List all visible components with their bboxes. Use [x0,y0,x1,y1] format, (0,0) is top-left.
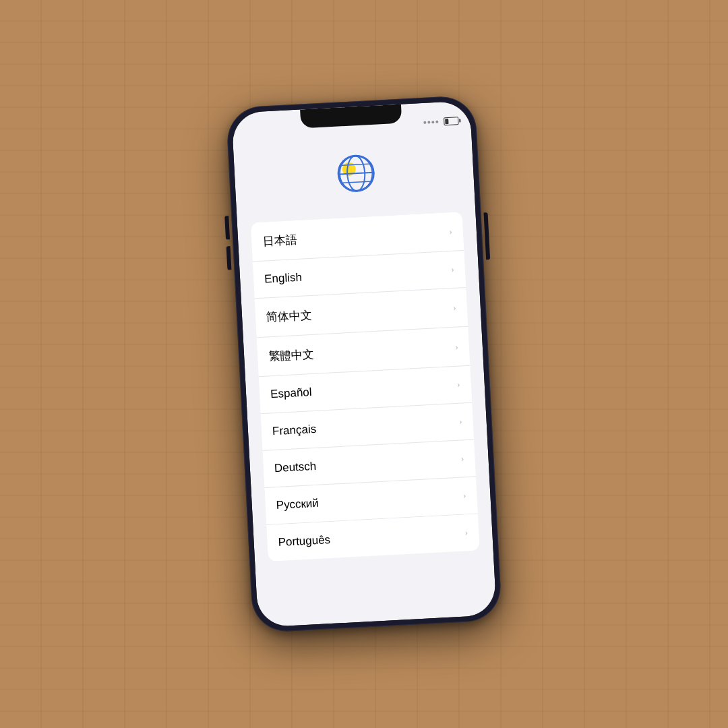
svg-line-5 [340,181,373,183]
chevron-right-icon: › [453,302,457,313]
chevron-right-icon: › [460,453,464,464]
power-button[interactable] [483,212,490,260]
language-label-russian: Русский [276,497,319,512]
volume-down-button[interactable] [226,246,232,270]
language-list: 日本語›English›简体中文›繁體中文›Español›Français›D… [237,211,497,628]
signal-dot-3 [431,121,434,123]
language-label-spanish: Español [270,386,312,401]
language-label-traditional-chinese: 繁體中文 [268,346,315,365]
language-label-german: Deutsch [274,460,316,475]
language-label-english: English [264,271,303,286]
screen: 日本語›English›简体中文›繁體中文›Español›Français›D… [231,100,496,627]
phone: 日本語›English›简体中文›繁體中文›Español›Français›D… [226,95,502,633]
signal-dots [423,121,438,124]
language-label-japanese: 日本語 [262,232,297,249]
globe-area [233,130,476,223]
language-label-simplified-chinese: 简体中文 [266,307,313,326]
signal-dot-4 [435,121,438,123]
chevron-right-icon: › [462,490,466,501]
chevron-right-icon: › [464,527,468,538]
language-label-portuguese: Português [278,533,330,549]
signal-dot-2 [427,121,430,123]
chevron-right-icon: › [457,380,461,390]
globe-icon [329,149,379,199]
battery-indicator [423,115,459,129]
chevron-right-icon: › [455,341,459,352]
battery-fill [445,119,449,124]
chevron-right-icon: › [459,417,463,427]
chevron-right-icon: › [449,226,453,237]
signal-dot-1 [423,121,426,124]
volume-up-button[interactable] [224,216,230,239]
battery-icon [444,117,459,125]
language-label-french: Français [272,423,317,438]
phone-inner: 日本語›English›简体中文›繁體中文›Español›Français›D… [231,100,496,627]
chevron-right-icon: › [451,264,455,275]
